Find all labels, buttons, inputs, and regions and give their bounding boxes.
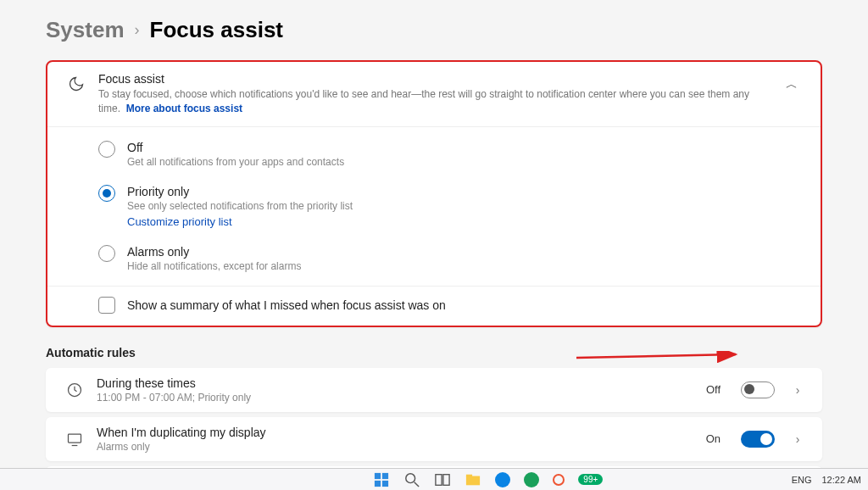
svg-rect-9 — [375, 480, 381, 486]
svg-rect-7 — [375, 472, 381, 478]
option-alarms-desc: Hide all notifications, except for alarm… — [127, 260, 802, 272]
option-alarms-only[interactable]: Alarms only Hide all notifications, exce… — [98, 237, 802, 281]
rule-display-sub: Alarms only — [97, 441, 690, 453]
option-alarms-label: Alarms only — [127, 245, 802, 259]
clock-icon — [64, 381, 85, 398]
notification-badge[interactable]: 99+ — [578, 474, 603, 485]
clock[interactable]: 12:22 AM — [822, 475, 861, 485]
page-title: Focus assist — [150, 17, 284, 43]
task-view-icon[interactable] — [434, 472, 451, 487]
language-indicator[interactable]: ENG — [792, 475, 812, 485]
svg-rect-13 — [436, 474, 442, 485]
windows-start-icon[interactable] — [373, 472, 390, 487]
option-off-desc: Get all notifications from your apps and… — [127, 156, 802, 168]
option-priority-desc: See only selected notifications from the… — [127, 200, 802, 212]
breadcrumb: System › Focus assist — [46, 17, 822, 43]
radio-off[interactable] — [98, 141, 115, 158]
monitor-icon — [64, 431, 85, 448]
svg-rect-8 — [382, 472, 388, 478]
svg-rect-15 — [466, 476, 480, 485]
breadcrumb-parent[interactable]: System — [46, 17, 125, 43]
automatic-rules-heading: Automatic rules — [46, 346, 822, 359]
option-priority-label: Priority only — [127, 185, 802, 198]
app-icon[interactable] — [553, 474, 565, 486]
summary-checkbox[interactable] — [98, 297, 115, 314]
svg-rect-1 — [69, 434, 81, 443]
focus-assist-options: Off Get all notifications from your apps… — [47, 127, 821, 286]
svg-rect-14 — [443, 474, 449, 485]
moon-icon — [66, 72, 86, 92]
option-off[interactable]: Off Get all notifications from your apps… — [98, 132, 802, 176]
taskbar: 99+ ENG 12:22 AM — [0, 468, 868, 490]
summary-label: Show a summary of what I missed when foc… — [127, 298, 446, 312]
search-icon[interactable] — [403, 472, 420, 487]
focus-assist-title: Focus assist — [98, 72, 770, 86]
rule-times-label: During these times — [97, 376, 690, 390]
svg-rect-16 — [466, 474, 472, 476]
summary-row[interactable]: Show a summary of what I missed when foc… — [47, 286, 821, 326]
rule-display-toggle[interactable] — [741, 431, 775, 448]
svg-point-11 — [406, 473, 415, 482]
focus-assist-card: Focus assist To stay focused, choose whi… — [46, 60, 822, 327]
rule-display-label: When I'm duplicating my display — [97, 426, 690, 439]
rule-times-sub: 11:00 PM - 07:00 AM; Priority only — [97, 392, 690, 404]
option-off-label: Off — [127, 141, 802, 154]
option-priority-only[interactable]: Priority only See only selected notifica… — [98, 176, 802, 237]
customize-priority-link[interactable]: Customize priority list — [127, 215, 802, 228]
chevron-right-icon[interactable]: › — [792, 383, 804, 397]
focus-assist-description: To stay focused, choose which notificati… — [98, 87, 770, 116]
more-about-link[interactable]: More about focus assist — [126, 103, 242, 114]
chevron-right-icon[interactable]: › — [792, 432, 804, 446]
svg-rect-10 — [382, 480, 388, 486]
app-icon[interactable] — [524, 472, 539, 487]
rule-times-state: Off — [702, 383, 721, 396]
radio-alarms-only[interactable] — [98, 245, 115, 262]
rule-display-state: On — [702, 432, 721, 445]
edge-icon[interactable] — [495, 472, 510, 487]
radio-priority-only[interactable] — [98, 185, 115, 202]
rule-duplicating-display[interactable]: When I'm duplicating my display Alarms o… — [46, 417, 822, 461]
taskbar-center: 99+ — [373, 472, 603, 487]
file-explorer-icon[interactable] — [465, 472, 481, 487]
chevron-up-icon[interactable]: ︿ — [782, 72, 802, 92]
chevron-right-icon: › — [135, 21, 140, 39]
svg-line-12 — [415, 482, 419, 486]
rule-times-toggle[interactable] — [741, 381, 775, 398]
focus-assist-header[interactable]: Focus assist To stay focused, choose whi… — [47, 62, 821, 127]
rule-during-times[interactable]: During these times 11:00 PM - 07:00 AM; … — [46, 368, 822, 412]
